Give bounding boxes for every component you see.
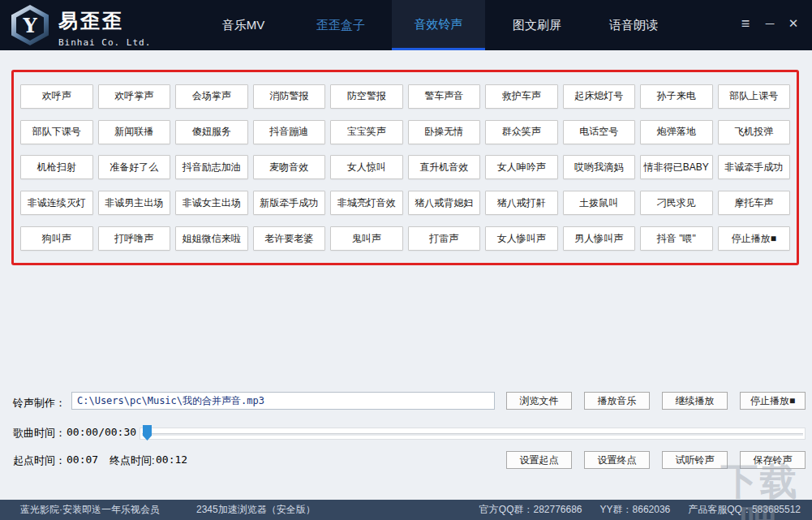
sound-button[interactable]: 非诚牵手成功: [718, 155, 791, 179]
sound-button[interactable]: 停止播放■: [718, 226, 791, 251]
resume-play-button[interactable]: 继续播放: [662, 392, 728, 410]
end-time-value: 00:12: [156, 453, 187, 466]
sound-button[interactable]: 刁民求见: [640, 191, 713, 215]
sound-grid: 欢呼声欢呼掌声会场掌声消防警报防空警报警车声音救护车声起床熄灯号孙子来电部队上课…: [11, 70, 799, 265]
sound-button[interactable]: 非城亮灯音效: [330, 191, 403, 215]
footer-yy-group: YY群：8662036: [600, 503, 671, 517]
save-ringtone-button[interactable]: 保存铃声: [740, 451, 806, 469]
sound-button[interactable]: 抖音蹦迪: [253, 120, 326, 144]
sound-button[interactable]: 部队下课号: [20, 120, 93, 144]
preview-ringtone-button[interactable]: 试听铃声: [662, 451, 728, 469]
sound-button[interactable]: 卧操无情: [408, 120, 481, 144]
sound-button[interactable]: 准备好了么: [98, 155, 171, 179]
hexagon-logo-inner: Y: [16, 10, 44, 41]
sound-button[interactable]: 情非得已BABY: [640, 155, 713, 179]
sound-button[interactable]: 非诚连续灭灯: [20, 191, 93, 215]
sound-button[interactable]: 鬼叫声: [330, 226, 403, 251]
sound-button[interactable]: 姐姐微信来啦: [175, 226, 248, 251]
song-progress-slider[interactable]: [140, 428, 806, 440]
menu-icon[interactable]: ≡: [734, 0, 757, 47]
sound-button[interactable]: 女人惊叫: [330, 155, 403, 179]
logo-letter: Y: [23, 14, 37, 37]
sound-button[interactable]: 男人惨叫声: [563, 226, 636, 251]
footer-qq-group: 官方QQ群：282776686: [479, 503, 582, 517]
tab-voice-read[interactable]: 语音朗读: [595, 0, 672, 50]
sound-button[interactable]: 飞机投弹: [718, 120, 791, 144]
song-time-label: 歌曲时间：: [13, 426, 66, 440]
sound-button[interactable]: 直升机音效: [408, 155, 481, 179]
sound-button[interactable]: 猪八戒打鼾: [485, 191, 558, 215]
tab-music-mv[interactable]: 音乐MV: [204, 0, 282, 50]
sound-button[interactable]: 非诚男主出场: [98, 191, 171, 215]
sound-button[interactable]: 炮弹落地: [640, 120, 713, 144]
sound-button[interactable]: 抖音励志加油: [175, 155, 248, 179]
title-bar: Y 易歪歪 Binhai Co. Ltd. 音乐MV 歪歪盒子 音效铃声 图文刷…: [0, 0, 812, 50]
sound-button[interactable]: 打雷声: [408, 226, 481, 251]
start-time-value: 00:07: [67, 453, 98, 466]
sound-button[interactable]: 麦吻音效: [253, 155, 326, 179]
sound-button[interactable]: 新闻联播: [98, 120, 171, 144]
sound-button[interactable]: 群众笑声: [485, 120, 558, 144]
main-content: 欢呼声欢呼掌声会场掌声消防警报防空警报警车声音救护车声起床熄灯号孙子来电部队上课…: [0, 50, 812, 500]
end-time-label: 终点时间:: [110, 453, 155, 468]
footer-promo-browser[interactable]: 2345加速浏览器（安全版）: [196, 503, 316, 517]
sound-button[interactable]: 女人惨叫声: [485, 226, 558, 251]
set-start-button[interactable]: 设置起点: [506, 451, 572, 469]
stop-play-button[interactable]: 停止播放■: [740, 392, 806, 410]
sound-button[interactable]: 欢呼声: [20, 84, 93, 109]
browse-file-button[interactable]: 浏览文件: [506, 392, 572, 410]
sound-button[interactable]: 新版牵手成功: [253, 191, 326, 215]
status-bar: 蓝光影院·安装即送一年乐视会员 2345加速浏览器（安全版） 官方QQ群：282…: [0, 500, 812, 520]
app-subtitle: Binhai Co. Ltd.: [58, 37, 151, 48]
play-music-button[interactable]: 播放音乐: [584, 392, 650, 410]
sound-button[interactable]: 打呼噜声: [98, 226, 171, 251]
sound-button[interactable]: 猪八戒背媳妇: [408, 191, 481, 215]
file-path-input[interactable]: [71, 392, 495, 410]
sound-button[interactable]: 傻妞服务: [175, 120, 248, 144]
sound-button[interactable]: 摩托车声: [718, 191, 791, 215]
close-icon[interactable]: ✕: [782, 0, 805, 47]
tab-sound-ringtone-active[interactable]: 音效铃声: [392, 0, 485, 50]
sound-button[interactable]: 欢呼掌声: [98, 84, 171, 109]
sound-button[interactable]: 宝宝笑声: [330, 120, 403, 144]
sound-button[interactable]: 电话空号: [563, 120, 636, 144]
sound-button[interactable]: 女人呻吟声: [485, 155, 558, 179]
sound-button[interactable]: 机枪扫射: [20, 155, 93, 179]
sound-button[interactable]: 抖音 "喂": [640, 226, 713, 251]
tab-yy-box[interactable]: 歪歪盒子: [302, 0, 380, 50]
sound-button[interactable]: 孙子来电: [640, 84, 713, 109]
app-logo-icon: Y: [11, 5, 49, 45]
sound-button[interactable]: 防空警报: [330, 84, 403, 109]
sound-button[interactable]: 会场掌声: [175, 84, 248, 109]
sound-button[interactable]: 起床熄灯号: [563, 84, 636, 109]
start-time-label: 起点时间：: [13, 453, 66, 468]
sound-button[interactable]: 警车声音: [408, 84, 481, 109]
ringtone-label: 铃声制作：: [13, 396, 66, 410]
sound-button[interactable]: 救护车声: [485, 84, 558, 109]
footer-promo-bluray[interactable]: 蓝光影院·安装即送一年乐视会员: [20, 503, 160, 517]
footer-contact-group: 官方QQ群：282776686 YY群：8662036 产品客服QQ：58368…: [479, 503, 812, 517]
sound-button[interactable]: 狗叫声: [20, 226, 93, 251]
footer-support-qq: 产品客服QQ：583685512: [688, 503, 801, 517]
app-title: 易歪歪: [58, 8, 151, 34]
hexagon-logo-shape: Y: [11, 5, 49, 45]
song-time-value: 00:00/00:30: [67, 426, 136, 438]
sound-button[interactable]: 土拨鼠叫: [563, 191, 636, 215]
sound-button[interactable]: 部队上课号: [718, 84, 791, 109]
minimize-icon[interactable]: ─: [759, 0, 780, 47]
sound-button[interactable]: 消防警报: [253, 84, 326, 109]
app-window: Y 易歪歪 Binhai Co. Ltd. 音乐MV 歪歪盒子 音效铃声 图文刷…: [0, 0, 812, 520]
sound-button[interactable]: 老许要老婆: [253, 226, 326, 251]
sound-button[interactable]: 哎哟我滴妈: [563, 155, 636, 179]
brand-block: 易歪歪 Binhai Co. Ltd.: [58, 8, 151, 48]
tab-text-screen[interactable]: 图文刷屏: [498, 0, 576, 50]
set-end-button[interactable]: 设置终点: [584, 451, 650, 469]
sound-button[interactable]: 非诚女主出场: [175, 191, 248, 215]
